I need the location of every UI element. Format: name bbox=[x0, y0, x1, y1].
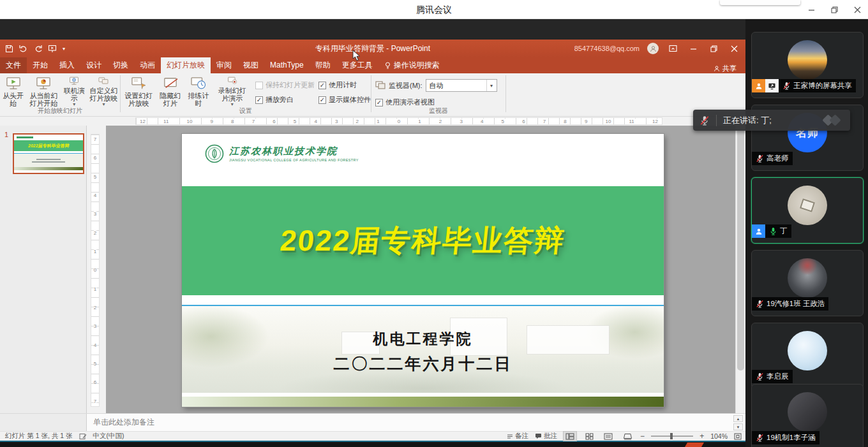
ppt-menu-tab[interactable]: 切换 bbox=[107, 57, 134, 73]
participant-tile-active-speaker[interactable]: 丁 bbox=[751, 177, 864, 244]
ruler-number: 8 bbox=[230, 119, 235, 124]
qat-customize-icon[interactable]: ▾ bbox=[63, 46, 65, 52]
participant-tile[interactable]: 19汽修1班 王政浩 bbox=[751, 250, 864, 316]
ribbon-display-options-icon[interactable] bbox=[666, 42, 679, 55]
ppt-menu-tab[interactable]: 视图 bbox=[237, 57, 264, 73]
tell-me-search[interactable]: 操作说明搜索 bbox=[385, 57, 440, 73]
taskbar-strip bbox=[0, 442, 745, 447]
notes-toggle-button[interactable]: 备注 bbox=[507, 432, 528, 441]
reading-view-button[interactable] bbox=[602, 432, 615, 441]
comment-icon bbox=[535, 433, 542, 439]
ppt-menu-tab[interactable]: 开始 bbox=[27, 57, 54, 73]
ruler-number: 7 bbox=[251, 119, 256, 124]
zoom-slider-thumb[interactable] bbox=[670, 433, 673, 439]
share-button[interactable]: 共享 bbox=[714, 64, 745, 73]
monitor-select[interactable]: 自动 ▾ bbox=[426, 79, 497, 92]
custom-slideshow-button[interactable]: 自定义幻灯片放映 ▾ bbox=[87, 75, 120, 108]
ruler-number: 1 bbox=[94, 286, 96, 292]
slideshow-view-button[interactable] bbox=[621, 432, 634, 441]
next-slide-button[interactable]: ▼ bbox=[733, 423, 743, 430]
ruler-number: 9 bbox=[583, 119, 588, 124]
vertical-ruler: 765432101234567 bbox=[87, 126, 106, 413]
member-badge-icon bbox=[752, 224, 765, 238]
slide-sorter-view-button[interactable] bbox=[583, 432, 595, 441]
close-icon[interactable] bbox=[850, 3, 864, 17]
use-timings-checkbox[interactable]: ✓ 使用计时 bbox=[318, 80, 371, 90]
ppt-menu-tab[interactable]: 帮助 bbox=[310, 57, 336, 73]
ppt-menu-tab[interactable]: 插入 bbox=[54, 57, 80, 73]
mic-muted-icon[interactable] bbox=[700, 115, 710, 126]
ruler-number: 3 bbox=[334, 119, 339, 124]
tab-file[interactable]: 文件 bbox=[0, 57, 27, 73]
ppt-menu-tab[interactable]: 幻灯片放映 bbox=[161, 57, 211, 73]
ppt-minimize-icon[interactable] bbox=[687, 42, 700, 55]
participant-tile[interactable]: 王家博的屏幕共享 bbox=[751, 32, 864, 98]
powerpoint-window: ▾ 专科用毕业答辩背景 - PowerPoint 854774638@qq.co… bbox=[0, 40, 745, 447]
participant-name: 19汽修1班 王政浩 bbox=[767, 299, 825, 309]
record-slideshow-button[interactable]: 录制幻灯片演示 ▾ bbox=[213, 75, 251, 108]
normal-view-button[interactable] bbox=[564, 432, 576, 441]
participant-tile[interactable]: 李启辰 bbox=[751, 323, 864, 389]
undo-icon[interactable] bbox=[19, 45, 28, 52]
save-icon[interactable] bbox=[5, 45, 13, 53]
zoom-level[interactable]: 104% bbox=[710, 432, 728, 440]
thumb-photo-strip bbox=[14, 154, 83, 167]
ppt-close-icon[interactable] bbox=[728, 42, 740, 55]
ppt-restore-icon[interactable] bbox=[707, 42, 720, 55]
lightbulb-icon bbox=[385, 62, 391, 70]
account-email[interactable]: 854774638@qq.com bbox=[574, 45, 640, 52]
zoom-slider[interactable] bbox=[651, 436, 693, 437]
speaking-status-text: 正在讲话: 丁; bbox=[723, 115, 772, 126]
show-media-controls-checkbox[interactable]: ✓ 显示媒体控件 bbox=[318, 95, 371, 105]
previous-slide-button[interactable]: ▲ bbox=[733, 415, 743, 422]
mic-muted-icon bbox=[756, 154, 764, 163]
keep-slides-updated-checkbox[interactable]: 保持幻灯片更新 bbox=[255, 80, 315, 90]
speaking-indicator-toolbar[interactable]: 正在讲话: 丁; bbox=[693, 110, 850, 131]
redo-icon[interactable] bbox=[34, 45, 42, 52]
ruler-number: 6 bbox=[271, 119, 276, 124]
meeting-titlebar: 腾讯会议 bbox=[0, 0, 868, 19]
slide-title: 2022届专科毕业答辩 bbox=[278, 221, 567, 261]
ruler-number: 4 bbox=[479, 119, 484, 124]
fit-to-window-icon[interactable] bbox=[734, 433, 742, 440]
setup-slideshow-button[interactable]: 设置幻灯片放映 bbox=[121, 75, 157, 108]
horizontal-ruler: 1211109876543210123456789101112 bbox=[0, 117, 745, 126]
participant-name: 李启辰 bbox=[767, 372, 789, 381]
slide[interactable]: 江苏农林职业技术学院 JIANGSU VOCATIONAL COLLEGE OF… bbox=[182, 134, 664, 407]
edit-area: 1 2022届专科毕业答辩 765432101234567 bbox=[0, 126, 745, 413]
notes-placeholder[interactable]: 单击此处添加备注 bbox=[93, 417, 154, 428]
comments-toggle-button[interactable]: 批注 bbox=[535, 432, 557, 441]
play-narrations-checkbox[interactable]: ✓ 播放旁白 bbox=[255, 95, 315, 105]
rehearse-timings-button[interactable]: 排练计时 bbox=[184, 75, 213, 108]
ppt-menu-tab[interactable]: 设计 bbox=[80, 57, 107, 73]
presenter-view-checkbox[interactable]: ✓ 使用演示者视图 bbox=[375, 98, 505, 107]
ruler-number: 1 bbox=[417, 119, 422, 124]
slide-thumbnail-selected[interactable]: 2022届专科毕业答辩 bbox=[13, 133, 84, 174]
proofing-icon[interactable] bbox=[79, 433, 87, 440]
participant-name: 王家博的屏幕共享 bbox=[793, 81, 852, 91]
chevron-down-icon: ▾ bbox=[486, 80, 497, 91]
hide-slide-button[interactable]: 隐藏幻灯片 bbox=[157, 75, 184, 108]
ruler-number: 7 bbox=[94, 136, 96, 142]
zoom-in-button[interactable]: + bbox=[700, 433, 704, 439]
present-online-button[interactable]: 联机演示 ▾ bbox=[61, 75, 87, 108]
vertical-scrollbar[interactable] bbox=[735, 126, 745, 413]
notes-pane[interactable]: 单击此处添加备注 ▲ ▼ bbox=[0, 413, 745, 431]
account-avatar[interactable] bbox=[647, 43, 659, 54]
zoom-out-button[interactable]: − bbox=[640, 433, 645, 439]
ppt-menu-tab[interactable]: 审阅 bbox=[211, 57, 237, 73]
ruler-number: 5 bbox=[292, 119, 297, 124]
start-slideshow-icon[interactable] bbox=[48, 45, 57, 53]
from-beginning-button[interactable]: 从头开始 bbox=[0, 75, 26, 108]
restore-icon[interactable] bbox=[827, 3, 841, 17]
ppt-menu-tab[interactable]: 动画 bbox=[134, 57, 161, 73]
participant-tile[interactable]: 19机制1李子涵 bbox=[751, 384, 864, 447]
scrollbar-thumb[interactable] bbox=[737, 128, 744, 370]
from-current-slide-button[interactable]: 从当前幻灯片开始 bbox=[26, 75, 61, 108]
ppt-menu-tab[interactable]: MathType bbox=[264, 57, 310, 73]
ribbon-group-monitors: 监视器(M): 自动 ▾ ✓ 使用演示者视图 监视器 bbox=[371, 73, 505, 116]
slide-canvas[interactable]: 江苏农林职业技术学院 JIANGSU VOCATIONAL COLLEGE OF… bbox=[106, 126, 735, 413]
minimize-icon[interactable] bbox=[804, 3, 818, 17]
ruler-number: 2 bbox=[438, 119, 443, 124]
language-indicator[interactable]: 中文(中国) bbox=[93, 432, 124, 441]
